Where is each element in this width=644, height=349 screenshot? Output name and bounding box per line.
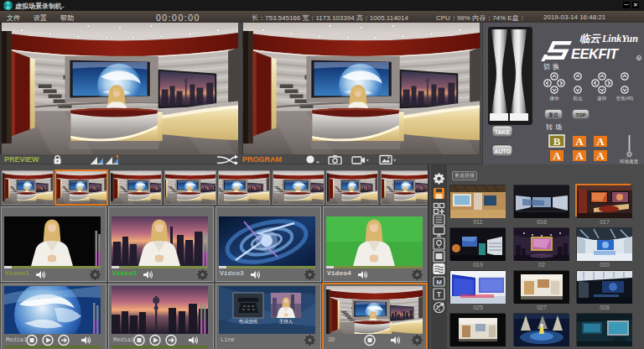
- svg-text:移动: 移动: [550, 96, 560, 102]
- svg-text:切换: 切换: [543, 63, 562, 70]
- svg-text:机位: 机位: [574, 96, 584, 102]
- svg-text:A: A: [596, 149, 605, 162]
- svg-text:LinkYun: LinkYun: [601, 33, 638, 44]
- svg-text:临云: 临云: [579, 33, 602, 44]
- svg-text:转场: 转场: [546, 123, 564, 131]
- svg-text:AUTO: AUTO: [494, 148, 511, 154]
- svg-text:变焦(45): 变焦(45): [616, 96, 634, 102]
- svg-text:A: A: [596, 135, 605, 148]
- svg-text:B: B: [553, 135, 561, 148]
- svg-text:A: A: [575, 149, 584, 162]
- svg-text:TOP: TOP: [575, 112, 585, 117]
- svg-text:转场速度: 转场速度: [620, 159, 639, 164]
- svg-text:TAKE: TAKE: [495, 129, 511, 135]
- svg-text:主持人: 主持人: [279, 319, 293, 325]
- svg-text:复位: 复位: [548, 112, 559, 118]
- svg-text:R: R: [638, 56, 641, 60]
- svg-text:A: A: [575, 135, 584, 148]
- svg-text:EEKFIT: EEKFIT: [571, 46, 620, 61]
- svg-text:电话连线: 电话连线: [239, 319, 258, 325]
- svg-text:T: T: [437, 290, 442, 299]
- svg-text:A: A: [553, 149, 561, 162]
- svg-text:M: M: [436, 279, 442, 286]
- svg-text:旋转: 旋转: [597, 96, 608, 102]
